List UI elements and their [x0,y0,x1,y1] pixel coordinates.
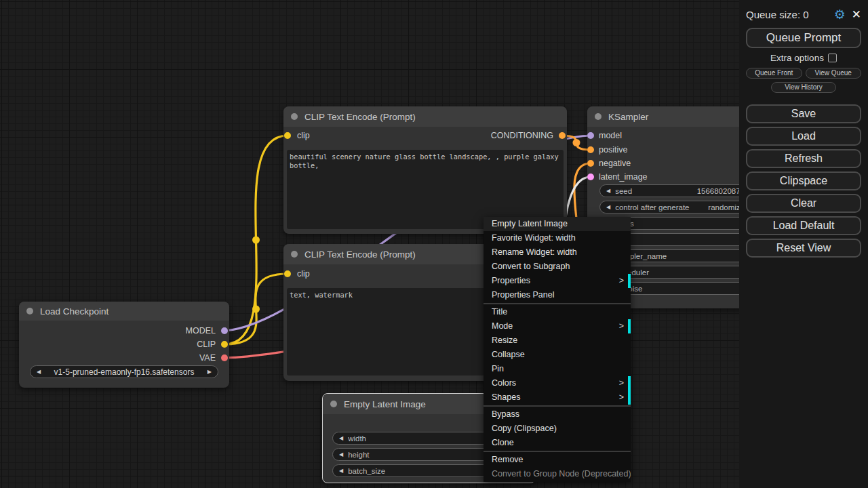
collapse-dot[interactable] [291,113,298,120]
decrement-arrow-icon[interactable]: ◀ [339,468,343,474]
load-button[interactable]: Load [746,127,861,146]
menu-item-mode[interactable]: Mode > [484,319,631,333]
decrement-arrow-icon[interactable]: ◀ [339,451,343,458]
menu-item-resize[interactable]: Resize [484,333,631,348]
next-option-arrow-icon[interactable]: ▶ [208,369,212,375]
input-label-clip: clip [297,269,310,279]
link-midpoint-dot[interactable] [252,306,260,313]
queue-front-button[interactable]: Queue Front [746,68,802,79]
input-dot-latent-image[interactable] [587,174,594,180]
reset-view-button[interactable]: Reset View [746,239,861,258]
input-dot-positive[interactable] [587,146,594,153]
menu-item-copy-clipspace[interactable]: Copy (Clipspace) [484,422,631,436]
widget-ckpt-name[interactable]: ◀ v1-5-pruned-emaonly-fp16.safetensors ▶ [30,365,218,378]
menu-separator [484,303,631,304]
menu-item-clone[interactable]: Clone [484,436,631,450]
extra-options-checkbox[interactable] [828,54,837,62]
menu-item-bypass[interactable]: Bypass [484,407,631,422]
menu-item-remove[interactable]: Remove [484,453,631,467]
node-title: CLIP Text Encode (Prompt) [304,112,416,122]
output-label-clip: CLIP [197,340,216,349]
menu-item-title[interactable]: Title [484,305,631,319]
output-label-vae: VAE [199,353,216,363]
queue-size-label: Queue size: 0 [746,9,809,20]
node-clip-text-encode-1[interactable]: CLIP Text Encode (Prompt) clip CONDITION… [283,106,567,234]
output-dot-model[interactable] [221,327,228,334]
menu-item-colors[interactable]: Colors > [484,376,631,390]
link-midpoint-dot[interactable] [252,237,260,244]
output-label-model: MODEL [186,326,216,336]
view-history-button[interactable]: View History [771,82,836,93]
extra-options-label: Extra options [770,53,824,63]
node-header[interactable]: CLIP Text Encode (Prompt) [283,106,567,127]
menu-item-shapes[interactable]: Shapes > [484,390,631,405]
view-queue-button[interactable]: View Queue [806,68,862,79]
close-icon[interactable]: ✕ [852,9,861,20]
node-title: Load Checkpoint [40,306,108,317]
menu-item-collapse[interactable]: Collapse [484,348,631,362]
collapse-dot[interactable] [330,401,337,407]
input-label-model: model [599,131,622,140]
node-title: CLIP Text Encode (Prompt) [304,249,416,260]
load-default-button[interactable]: Load Default [746,216,861,235]
widget-control-after-generate[interactable]: ◀ control after generate randomize [599,201,751,214]
input-label-positive: positive [599,145,627,155]
submenu-accent-bar [628,390,631,405]
collapse-dot[interactable] [595,113,601,120]
submenu-accent-bar [628,376,631,390]
submenu-arrow-icon: > [619,376,624,390]
clipspace-button[interactable]: Clipspace [746,171,861,190]
node-header[interactable]: KSampler [587,106,764,127]
collapse-dot[interactable] [26,308,33,314]
submenu-arrow-icon: > [619,274,624,288]
menu-separator [484,405,631,407]
widget-seed[interactable]: ◀ seed 15668020873 [599,184,751,197]
output-dot-conditioning[interactable] [559,132,566,139]
input-label-clip: clip [297,131,310,140]
decrement-arrow-icon[interactable]: ◀ [606,188,610,194]
node-header[interactable]: Load Checkpoint [19,302,229,321]
collapse-dot[interactable] [291,251,298,258]
output-label-conditioning: CONDITIONING [491,131,553,140]
node-graph-canvas[interactable]: CLIP Text Encode (Prompt) clip CONDITION… [0,0,868,488]
link-midpoint-dot[interactable] [573,139,580,146]
submenu-accent-bar [628,319,631,333]
menu-item-rename-widget[interactable]: Rename Widget: width [484,245,631,260]
menu-item-favorite-widget[interactable]: Favorite Widget: width [484,231,631,245]
submenu-arrow-icon: > [619,319,624,333]
decrement-arrow-icon[interactable]: ◀ [339,435,343,441]
refresh-button[interactable]: Refresh [746,149,861,168]
output-dot-vae[interactable] [221,354,228,361]
menu-item-convert-to-subgraph[interactable]: Convert to Subgraph [484,260,631,274]
input-label-negative: negative [599,159,631,168]
menu-item-properties[interactable]: Properties > [484,274,631,288]
submenu-arrow-icon: > [619,390,624,405]
menu-item-pin[interactable]: Pin [484,362,631,376]
clear-button[interactable]: Clear [746,194,861,213]
menu-separator [484,451,631,452]
input-dot-model[interactable] [587,132,594,139]
queue-panel: Queue size: 0 ⚙ ✕ Queue Prompt Extra opt… [739,0,868,488]
context-menu: Empty Latent Image Favorite Widget: widt… [484,217,631,482]
output-dot-clip[interactable] [221,341,228,348]
menu-item-properties-panel[interactable]: Properties Panel [484,288,631,302]
input-dot-clip[interactable] [284,132,291,139]
prev-option-arrow-icon[interactable]: ◀ [37,369,41,375]
submenu-accent-bar [628,274,631,288]
menu-item-convert-to-group-node[interactable]: Convert to Group Node (Deprecated) [484,467,631,481]
node-load-checkpoint[interactable]: Load Checkpoint MODEL CLIP VAE ◀ v1-5-pr… [19,302,229,388]
settings-gear-icon[interactable]: ⚙ [834,8,846,21]
save-button[interactable]: Save [746,104,861,123]
node-title: KSampler [608,112,648,122]
input-label-latent-image: latent_image [599,172,648,182]
input-dot-negative[interactable] [587,160,594,167]
input-dot-clip[interactable] [284,270,291,277]
decrement-arrow-icon[interactable]: ◀ [606,204,610,210]
queue-prompt-button[interactable]: Queue Prompt [746,28,861,48]
context-menu-title: Empty Latent Image [484,217,631,231]
node-title: Empty Latent Image [344,399,426,409]
